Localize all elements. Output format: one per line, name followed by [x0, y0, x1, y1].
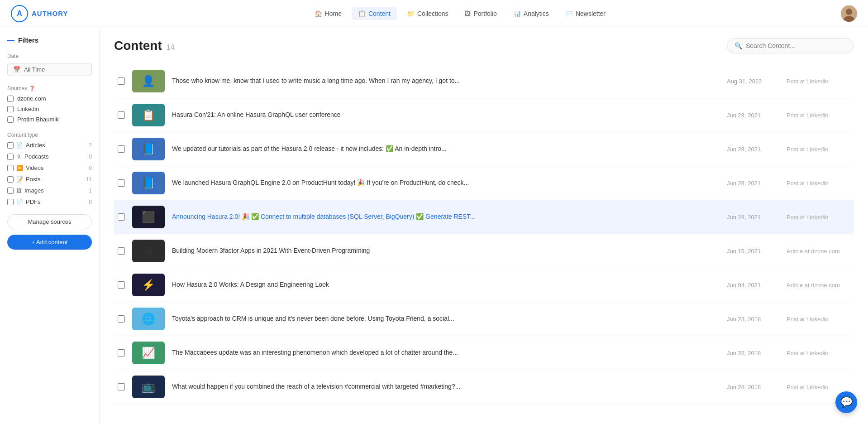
content-row[interactable]: ⬛ Announcing Hasura 2.0! 🎉 ✅ Connect to … [114, 200, 854, 234]
content-row[interactable]: 📈 The Maccabees update was an interestin… [114, 336, 854, 370]
content-row[interactable]: 📺 What would happen if you combined the … [114, 370, 854, 404]
source-checkbox[interactable] [7, 96, 14, 102]
content-type-checkbox[interactable] [7, 199, 14, 205]
date-all-time-button[interactable]: 📅 All Time [7, 63, 92, 76]
row-title: We launched Hasura GraphQL Engine 2.0 on… [172, 178, 712, 188]
content-type-item-podcasts[interactable]: 🎙Podcasts0 [7, 153, 92, 160]
row-source: Article at dzone.com [787, 248, 850, 255]
avatar[interactable] [841, 5, 857, 22]
content-thumbnail: ⬛ [132, 206, 165, 228]
row-date: Jun 28, 2018 [727, 384, 772, 390]
row-checkbox[interactable] [118, 77, 125, 85]
row-source: Post at Linkedin [787, 146, 850, 153]
content-thumbnail: ⚡ [132, 274, 165, 296]
row-checkbox[interactable] [118, 145, 125, 153]
content-row[interactable]: 👤 Those who know me, know that I used to… [114, 64, 854, 98]
content-thumbnail: 📘 [132, 172, 165, 194]
row-date: Jun 04, 2021 [727, 282, 772, 289]
row-date: Jun 28, 2021 [727, 112, 772, 119]
source-item[interactable]: Linkedin [7, 106, 92, 112]
manage-sources-button[interactable]: Manage sources [7, 214, 92, 229]
portfolio-icon: 🖼 [464, 10, 471, 17]
filters-line [7, 40, 14, 41]
content-icon: 📋 [358, 10, 366, 17]
row-title: We updated our tutorials as part of the … [172, 145, 712, 154]
logo-icon: A [11, 5, 28, 22]
row-checkbox[interactable] [118, 349, 125, 357]
content-type-item-videos[interactable]: ▶️Videos0 [7, 164, 92, 171]
row-checkbox[interactable] [118, 111, 125, 119]
content-type-item-images[interactable]: 🖼Images1 [7, 187, 92, 194]
logo[interactable]: A AUTHORY [11, 5, 68, 22]
sources-filter-section: Sources ❓ dzone.comLinkedinProtim Bhaumi… [7, 85, 92, 123]
row-content: The Maccabees update was an interesting … [172, 348, 712, 357]
content-thumbnail: 📋 [132, 104, 165, 126]
search-input[interactable] [746, 42, 846, 49]
row-checkbox[interactable] [118, 179, 125, 187]
row-content: Toyota's approach to CRM is unique and i… [172, 314, 712, 323]
collections-icon: 📁 [407, 10, 415, 17]
content-row[interactable]: ⚡ How Hasura 2.0 Works: A Design and Eng… [114, 268, 854, 302]
row-content: We updated our tutorials as part of the … [172, 145, 712, 154]
content-type-checkbox[interactable] [7, 176, 14, 183]
content-list: 👤 Those who know me, know that I used to… [114, 64, 854, 404]
row-checkbox[interactable] [118, 315, 125, 323]
row-checkbox[interactable] [118, 383, 125, 390]
content-type-label: Content type [7, 132, 92, 138]
content-thumbnail: 👤 [132, 70, 165, 92]
content-type-item-articles[interactable]: 📄Articles2 [7, 142, 92, 149]
sources-list: dzone.comLinkedinProtim Bhaumik [7, 95, 92, 123]
source-checkbox[interactable] [7, 116, 14, 123]
content-title: Content [114, 39, 162, 53]
row-source: Post at Linkedin [787, 316, 850, 323]
nav-item-analytics[interactable]: 📊Analytics [507, 7, 555, 20]
analytics-icon: 📊 [513, 10, 521, 17]
content-type-checkbox[interactable] [7, 154, 14, 160]
row-title: Hasura Con'21: An online Hasura GraphQL … [172, 111, 712, 120]
content-title-area: Content 14 [114, 39, 175, 53]
date-label: Date [7, 53, 92, 59]
row-content: Announcing Hasura 2.0! 🎉 ✅ Connect to mu… [172, 212, 712, 222]
row-checkbox[interactable] [118, 213, 125, 221]
nav-links: 🏠Home📋Content📁Collections🖼Portfolio📊Anal… [94, 7, 826, 20]
row-title: The Maccabees update was an interesting … [172, 348, 712, 357]
row-source: Post at Linkedin [787, 350, 850, 357]
content-row[interactable]: 📋 Hasura Con'21: An online Hasura GraphQ… [114, 98, 854, 132]
chat-button[interactable]: 💬 [835, 391, 857, 413]
nav-item-portfolio[interactable]: 🖼Portfolio [458, 7, 503, 20]
row-checkbox[interactable] [118, 247, 125, 255]
nav-item-collections[interactable]: 📁Collections [401, 7, 454, 20]
nav-item-content[interactable]: 📋Content [352, 7, 397, 20]
content-header: Content 14 🔍 [114, 38, 854, 53]
row-date: Jun 28, 2018 [727, 350, 772, 357]
content-type-checkbox[interactable] [7, 142, 14, 149]
svg-point-1 [846, 9, 852, 15]
content-row[interactable]: 📘 We updated our tutorials as part of th… [114, 132, 854, 166]
row-date: Jun 28, 2021 [727, 214, 772, 221]
source-item[interactable]: Protim Bhaumik [7, 116, 92, 123]
row-checkbox[interactable] [118, 281, 125, 289]
main-content: Content 14 🔍 👤 Those who know me, know t… [100, 27, 868, 424]
row-title: Those who know me, know that I used to w… [172, 77, 712, 86]
content-row[interactable]: 🖥 Building Modern 3factor Apps in 2021 W… [114, 234, 854, 268]
content-row[interactable]: 🌐 Toyota's approach to CRM is unique and… [114, 302, 854, 336]
sources-help-icon[interactable]: ❓ [29, 86, 35, 92]
row-date: Jun 28, 2021 [727, 146, 772, 153]
nav-item-home[interactable]: 🏠Home [308, 7, 348, 20]
content-thumbnail: 🌐 [132, 308, 165, 330]
content-type-item-posts[interactable]: 📝Posts11 [7, 176, 92, 183]
filters-title: Filters [18, 36, 38, 44]
logo-text: AUTHORY [32, 10, 68, 17]
content-type-checkbox[interactable] [7, 165, 14, 171]
content-thumbnail: 📺 [132, 376, 165, 398]
content-link[interactable]: Announcing Hasura 2.0! 🎉 ✅ Connect to mu… [172, 213, 475, 220]
content-type-item-pdfs[interactable]: 📄PDFs0 [7, 198, 92, 205]
sidebar: Filters Date 📅 All Time Sources ❓ dzone.… [0, 27, 100, 424]
row-date: Jun 15, 2021 [727, 248, 772, 255]
content-type-checkbox[interactable] [7, 188, 14, 194]
source-item[interactable]: dzone.com [7, 95, 92, 102]
add-content-button[interactable]: + Add content [7, 235, 92, 250]
nav-item-newsletter[interactable]: ✉️Newsletter [559, 7, 612, 20]
content-row[interactable]: 📘 We launched Hasura GraphQL Engine 2.0 … [114, 166, 854, 200]
source-checkbox[interactable] [7, 106, 14, 112]
